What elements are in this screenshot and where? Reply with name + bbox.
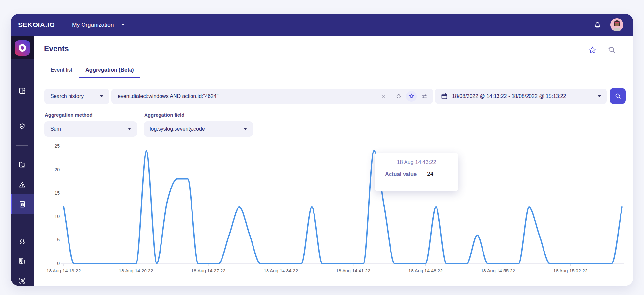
query-input[interactable]: event.dialect:windows AND action.id:"462… <box>111 89 433 104</box>
refresh-icon[interactable] <box>395 93 402 100</box>
sidebar-divider <box>16 110 28 110</box>
app-window: SEKOIA.IO My Organization <box>11 14 633 286</box>
search-history-icon <box>608 46 616 54</box>
tooltip-timestamp: 18 Aug 14:43:22 <box>375 159 458 165</box>
svg-text:18 Aug 14:48:22: 18 Aug 14:48:22 <box>408 268 443 273</box>
svg-text:18 Aug 14:34:22: 18 Aug 14:34:22 <box>264 268 298 273</box>
chart-canvas: 051015202518 Aug 14:13:2218 Aug 14:20:22… <box>34 143 633 277</box>
favorite-star-icon <box>588 46 597 54</box>
calendar-icon <box>441 93 448 100</box>
save-query-chip[interactable] <box>406 91 417 102</box>
sidebar <box>11 36 34 286</box>
user-avatar[interactable] <box>610 18 623 31</box>
sidebar-item-intakes[interactable] <box>11 234 34 248</box>
events-list-icon <box>18 200 26 208</box>
aggregation-method-select[interactable]: Sum <box>44 121 137 137</box>
aggregation-method-value: Sum <box>50 126 61 132</box>
svg-text:18 Aug 14:20:22: 18 Aug 14:20:22 <box>119 268 153 273</box>
topbar-divider <box>64 20 64 30</box>
chevron-down-icon <box>121 24 125 26</box>
search-history-button[interactable] <box>608 46 616 54</box>
cube-scan-icon <box>18 277 26 285</box>
tab-bar: Event list Aggregation (Beta) <box>44 67 140 78</box>
building-icon <box>18 257 26 265</box>
organization-selector[interactable]: My Organization <box>72 22 125 28</box>
tab-aggregation[interactable]: Aggregation (Beta) <box>79 67 141 78</box>
alert-triangle-icon <box>18 181 26 188</box>
svg-text:10: 10 <box>54 214 60 219</box>
sidebar-item-sandbox[interactable] <box>11 273 34 286</box>
sidebar-item-dashboard[interactable] <box>11 84 34 98</box>
magnifier-icon <box>614 92 621 100</box>
events-line-chart[interactable]: 051015202518 Aug 14:13:2218 Aug 14:20:22… <box>34 143 633 277</box>
svg-text:5: 5 <box>57 237 60 242</box>
tooltip-value: 24 <box>427 171 433 177</box>
date-range-text: 18/08/2022 @ 14:13:22 - 18/08/2022 @ 15:… <box>452 93 593 99</box>
notifications-button[interactable] <box>593 21 602 29</box>
filter-sliders-icon[interactable] <box>421 93 428 100</box>
shield-check-icon <box>18 123 26 131</box>
folder-alert-icon <box>18 161 26 169</box>
aggregation-field-label: Aggregation field <box>144 112 184 118</box>
chevron-down-icon <box>598 95 601 97</box>
sidebar-item-protect[interactable] <box>11 120 34 134</box>
sidebar-divider <box>16 222 28 222</box>
svg-text:15: 15 <box>54 190 60 196</box>
svg-text:0: 0 <box>57 261 60 266</box>
avatar-image <box>610 18 623 31</box>
svg-text:20: 20 <box>54 167 60 172</box>
favorite-page-button[interactable] <box>588 46 597 54</box>
chevron-down-icon <box>100 95 103 97</box>
sekoia-logo[interactable] <box>15 40 30 56</box>
tab-event-list[interactable]: Event list <box>44 67 79 78</box>
search-history-label: Search history <box>50 93 84 99</box>
svg-text:18 Aug 14:13:22: 18 Aug 14:13:22 <box>46 268 81 273</box>
page-title: Events <box>44 44 69 53</box>
date-range-picker[interactable]: 18/08/2022 @ 14:13:22 - 18/08/2022 @ 15:… <box>435 89 607 104</box>
svg-text:18 Aug 14:41:22: 18 Aug 14:41:22 <box>336 268 371 273</box>
brand-logo-text: SEKOIA.IO <box>18 21 55 29</box>
dashboard-icon <box>18 87 26 95</box>
aggregation-field-select[interactable]: log.syslog.severity.code <box>144 121 253 137</box>
sidebar-item-events[interactable] <box>11 194 34 214</box>
sidebar-logo-block <box>11 36 34 59</box>
sidebar-item-alerts[interactable] <box>11 177 34 192</box>
tabs-divider <box>34 78 633 78</box>
logo-ring <box>19 44 26 52</box>
svg-text:18 Aug 14:27:22: 18 Aug 14:27:22 <box>191 268 226 273</box>
tooltip-series-label: Actual value <box>385 171 417 177</box>
run-search-button[interactable] <box>610 88 626 104</box>
chevron-down-icon <box>244 128 247 130</box>
svg-text:25: 25 <box>54 143 60 149</box>
query-text: event.dialect:windows AND action.id:"462… <box>118 93 380 99</box>
svg-text:18 Aug 14:55:22: 18 Aug 14:55:22 <box>481 268 515 273</box>
chart-tooltip: 18 Aug 14:43:22 Actual value 24 <box>375 153 458 191</box>
aggregation-field-value: log.syslog.severity.code <box>150 126 205 132</box>
svg-text:18 Aug 15:02:22: 18 Aug 15:02:22 <box>553 268 588 273</box>
bell-icon <box>593 21 602 29</box>
sidebar-divider <box>16 145 28 146</box>
aggregation-method-label: Aggregation method <box>45 112 93 118</box>
organization-name: My Organization <box>72 22 114 28</box>
clear-x-icon[interactable] <box>380 93 387 99</box>
sidebar-item-community[interactable] <box>11 254 34 268</box>
plug-icon <box>18 237 26 245</box>
search-history-select[interactable]: Search history <box>44 89 109 104</box>
input-divider <box>391 93 391 100</box>
sidebar-item-intelligence[interactable] <box>11 157 34 172</box>
top-bar: SEKOIA.IO My Organization <box>11 14 633 36</box>
star-icon <box>408 93 415 99</box>
chevron-down-icon <box>128 128 131 130</box>
